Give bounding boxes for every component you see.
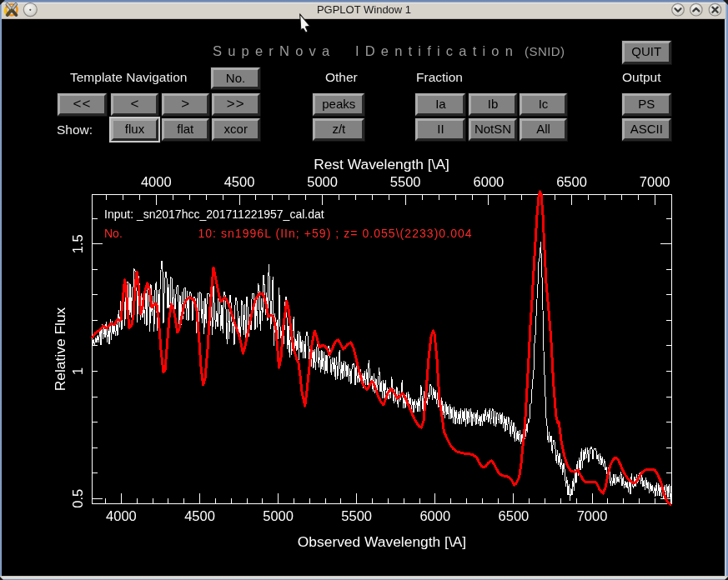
svg-text:5500: 5500 <box>341 508 372 523</box>
svg-text:7000: 7000 <box>640 174 670 189</box>
svg-text:Relative Flux: Relative Flux <box>52 307 68 391</box>
svg-text:5000: 5000 <box>307 174 338 189</box>
svg-text:7000: 7000 <box>577 508 608 523</box>
svg-text:Rest Wavelength [\A]: Rest Wavelength [\A] <box>314 156 449 172</box>
svg-text:5500: 5500 <box>390 174 421 189</box>
svg-text:4500: 4500 <box>184 508 215 523</box>
svg-text:6000: 6000 <box>474 174 505 189</box>
svg-text:Observed Wavelength [\A]: Observed Wavelength [\A] <box>298 533 466 550</box>
svg-text:6000: 6000 <box>419 508 450 523</box>
svg-text:Input: _sn2017hcc_201711221957: Input: _sn2017hcc_201711221957_cal.dat <box>104 208 324 221</box>
svg-text:5000: 5000 <box>263 508 294 523</box>
svg-text:0.5: 0.5 <box>70 489 85 508</box>
svg-text:4000: 4000 <box>141 174 172 189</box>
svg-text:10: sn1996L (IIn; +59) ; z= 0.: 10: sn1996L (IIn; +59) ; z= 0.055\(2233)… <box>198 227 472 240</box>
svg-text:1.5: 1.5 <box>70 234 85 253</box>
svg-text:1: 1 <box>70 368 85 375</box>
svg-text:4000: 4000 <box>106 508 137 523</box>
svg-text:4500: 4500 <box>224 174 255 189</box>
svg-text:6500: 6500 <box>499 508 530 523</box>
svg-text:No.: No. <box>104 227 123 240</box>
svg-text:6500: 6500 <box>556 174 587 189</box>
